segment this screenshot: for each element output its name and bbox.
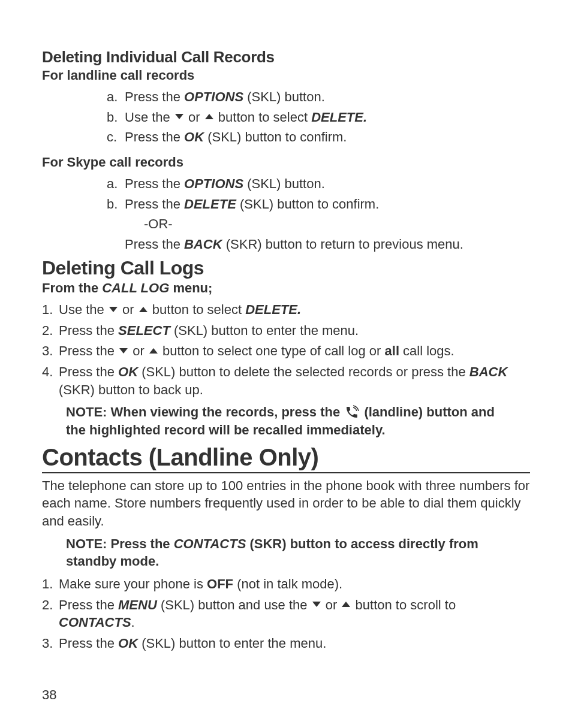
step-num: 2. <box>42 323 55 339</box>
keyword: DELETE <box>184 197 236 212</box>
text: Press the <box>125 129 184 144</box>
contacts-steps: 1. Make sure your phone is OFF (not in t… <box>42 575 530 653</box>
text: (SKR) button to return to previous menu. <box>222 237 463 252</box>
text: NOTE: Press the <box>66 536 174 551</box>
text: Press the <box>59 364 118 379</box>
text: . <box>131 615 135 630</box>
step-b: b. Press the DELETE (SKL) button to conf… <box>42 195 530 213</box>
or-text: -OR- <box>42 215 530 233</box>
text: (not in talk mode). <box>233 576 342 591</box>
keyword: BACK <box>184 237 222 252</box>
down-arrow-icon <box>312 602 321 607</box>
step-text: Press the OK (SKL) button to enter the m… <box>59 635 332 653</box>
down-arrow-icon <box>175 114 183 119</box>
keyword: OK <box>184 129 204 144</box>
heading-deleting-individual: Deleting Individual Call Records <box>42 48 530 67</box>
note-contacts: NOTE: Press the CONTACTS (SKR) button to… <box>42 535 530 570</box>
step-3: 3. Press the OK (SKL) button to enter th… <box>42 635 530 653</box>
text: Make sure your phone is <box>59 576 207 591</box>
text: (SKL) button. <box>243 176 325 191</box>
step-text: Press the SELECT (SKL) button to enter t… <box>59 322 365 340</box>
step-letter: a. <box>107 176 119 192</box>
text: Press the <box>125 237 184 252</box>
step-text: Press the DELETE (SKL) button to confirm… <box>125 195 379 213</box>
up-arrow-icon <box>205 114 213 119</box>
text: Press the <box>125 89 184 104</box>
keyword: OFF <box>207 576 233 591</box>
step-text: Press the OK (SKL) button to confirm. <box>125 128 347 146</box>
step-a: a. Press the OPTIONS (SKL) button. <box>42 88 530 106</box>
text: (SKL) button to enter the menu. <box>170 323 359 338</box>
deleting-logs-steps: 1. Use the or button to select DELETE. 2… <box>42 301 530 398</box>
step-num: 3. <box>42 343 55 359</box>
page-number: 38 <box>42 687 56 703</box>
text: Press the <box>59 343 118 358</box>
step-text: Make sure your phone is OFF (not in talk… <box>59 575 348 593</box>
text: (SKL) button to enter the menu. <box>138 636 326 651</box>
step-c: c. Press the OK (SKL) button to confirm. <box>42 128 530 146</box>
text: call logs. <box>399 343 454 358</box>
step-2: 2. Press the SELECT (SKL) button to ente… <box>42 322 530 340</box>
keyword: CALL LOG <box>102 280 169 295</box>
down-arrow-icon <box>109 307 118 312</box>
subheading-skype: For Skype call records <box>42 155 530 170</box>
text: Press the <box>59 597 118 612</box>
landline-steps: a. Press the OPTIONS (SKL) button. b. Us… <box>42 88 530 146</box>
step-text: Press the OK (SKL) button to delete the … <box>59 363 530 398</box>
text: Press the <box>125 197 184 212</box>
up-arrow-icon <box>139 307 147 312</box>
text: NOTE: When viewing the records, press th… <box>66 404 344 419</box>
step-letter: a. <box>107 89 119 105</box>
step-letter: c. <box>107 129 119 145</box>
subheading-from-menu: From the CALL LOG menu; <box>42 280 530 296</box>
text: (SKR) button to back up. <box>59 382 203 397</box>
text: From the <box>42 280 102 295</box>
step-letter: b. <box>107 110 119 125</box>
step-b: b. Use the or button to select DELETE. <box>42 108 530 126</box>
step-num: 4. <box>42 364 55 380</box>
keyword: SELECT <box>118 323 170 338</box>
step-4: 4. Press the OK (SKL) button to delete t… <box>42 363 530 398</box>
text: (SKL) button and use the <box>157 597 311 612</box>
text: Press the <box>59 323 118 338</box>
keyword: OPTIONS <box>184 176 243 191</box>
text: Press the <box>125 176 184 191</box>
text: Use the <box>59 302 108 317</box>
text: button to scroll to <box>351 597 456 612</box>
text: (SKL) button to delete the selected reco… <box>138 364 469 379</box>
keyword: MENU <box>118 597 157 612</box>
text: Use the <box>125 110 174 125</box>
step-3: 3. Press the or button to select one typ… <box>42 342 530 360</box>
step-1: 1. Make sure your phone is OFF (not in t… <box>42 575 530 593</box>
subheading-landline: For landline call records <box>42 68 530 83</box>
step-text: Use the or button to select DELETE. <box>59 301 307 319</box>
keyword: OPTIONS <box>184 89 243 104</box>
keyword: DELETE. <box>311 110 367 125</box>
text: (SKL) button to confirm. <box>236 197 379 212</box>
step-text: Press the OPTIONS (SKL) button. <box>125 88 325 106</box>
text: menu; <box>169 280 212 295</box>
heading-contacts: Contacts (Landline Only) <box>42 444 530 473</box>
text: or <box>185 110 204 125</box>
step-a: a. Press the OPTIONS (SKL) button. <box>42 175 530 193</box>
keyword: CONTACTS <box>174 536 246 551</box>
text: button to select <box>149 302 245 317</box>
keyword: CONTACTS <box>59 615 131 630</box>
text: Press the <box>59 636 118 651</box>
keyword: BACK <box>469 364 508 379</box>
text: button to select <box>215 110 311 125</box>
keyword: OK <box>118 636 138 651</box>
skype-steps: a. Press the OPTIONS (SKL) button. b. Pr… <box>42 175 530 213</box>
up-arrow-icon <box>342 602 350 607</box>
step-text: Press the MENU (SKL) button and use the … <box>59 596 530 632</box>
text: or <box>322 597 341 612</box>
heading-deleting-logs: Deleting Call Logs <box>42 257 530 279</box>
step-num: 1. <box>42 576 55 592</box>
back-text: Press the BACK (SKR) button to return to… <box>42 235 530 253</box>
step-num: 3. <box>42 636 55 651</box>
note-recall: NOTE: When viewing the records, press th… <box>42 403 530 439</box>
text: button to select one type of call log or <box>159 343 385 358</box>
step-text: Press the or button to select one type o… <box>59 342 460 360</box>
contacts-para: The telephone can store up to 100 entrie… <box>42 477 530 530</box>
step-2: 2. Press the MENU (SKL) button and use t… <box>42 596 530 632</box>
